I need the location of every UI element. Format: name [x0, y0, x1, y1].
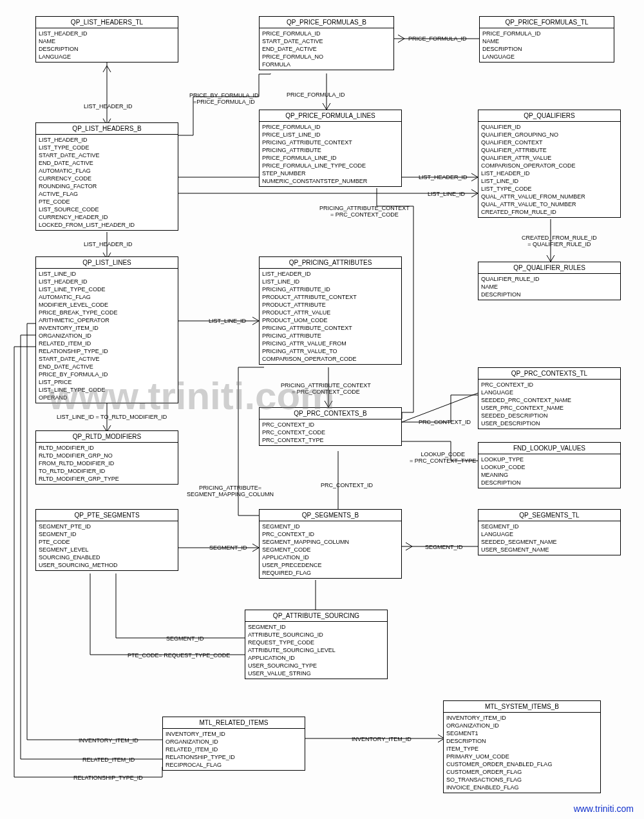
entity-qp-rltd-modifiers: QP_RLTD_MODIFIERSRLTD_MODIFIER_IDRLTD_MO…: [35, 430, 178, 485]
edge-label: PRICING_ATTRIBUTE_CONTEXT= PRC_CONTEXT_C…: [281, 382, 371, 395]
edge-label: PRICING_ATTRIBUTE=SEGMENT_MAPPING_COLUMN: [187, 485, 274, 497]
column: START_DATE_ACTIVE: [39, 151, 175, 159]
column: RELATED_ITEM_ID: [166, 746, 302, 753]
entity-columns: LOOKUP_TYPELOOKUP_CODEMEANINGDESCRIPTION: [478, 454, 620, 488]
edge-label: LIST_HEADER_ID: [419, 174, 468, 180]
column: RLTD_MODIFIER_GRP_TYPE: [39, 475, 175, 483]
column: REQUIRED_FLAG: [262, 569, 399, 577]
column: LOCKED_FROM_LIST_HEADER_ID: [39, 221, 175, 229]
column: NAME: [482, 37, 611, 45]
entity-title: QP_PRICE_FORMULAS_B: [260, 17, 393, 28]
entity-title: QP_PRICE_FORMULAS_TL: [480, 17, 614, 28]
column: PRICE_FORMULA_LINE_ID: [262, 154, 399, 162]
entity-qp-qualifiers: QP_QUALIFIERSQUALIFIER_IDQUALIFIER_GROUP…: [478, 110, 621, 218]
edge-label: PTE_CODE= REQUEST_TYPE_CODE: [128, 652, 230, 659]
edge-label: LIST_LINE_ID: [209, 318, 246, 324]
entity-title: QP_PRICE_FORMULA_LINES: [260, 110, 401, 122]
column: END_DATE_ACTIVE: [39, 363, 175, 371]
column: LIST_HEADER_ID: [39, 30, 175, 37]
column: LANGUAGE: [481, 389, 618, 396]
column: MEANING: [481, 471, 618, 479]
entity-title: QP_RLTD_MODIFIERS: [36, 431, 178, 443]
entity-qp-prc-contexts-b: QP_PRC_CONTEXTS_BPRC_CONTEXT_IDPRC_CONTE…: [259, 407, 402, 446]
entity-columns: INVENTORY_ITEM_IDORGANIZATION_IDRELATED_…: [163, 729, 305, 770]
column: SEGMENT1: [446, 729, 598, 737]
footer-link[interactable]: www.triniti.com: [574, 804, 634, 814]
entity-qp-qualifier-rules: QP_QUALIFIER_RULESQUALIFIER_RULE_IDNAMED…: [478, 262, 621, 300]
entity-columns: QUALIFIER_IDQUALIFIER_GROUPING_NOQUALIFI…: [478, 122, 620, 217]
column: SEEDED_SEGMENT_NAME: [481, 538, 618, 546]
entity-fnd-lookup-values: FND_LOOKUP_VALUESLOOKUP_TYPELOOKUP_CODEM…: [478, 442, 621, 488]
column: INVOICE_ENABLED_FLAG: [446, 784, 598, 791]
edge-label: LIST_LINE_ID: [428, 191, 465, 197]
column: QUAL_ATTR_VALUE_TO_NUMBER: [481, 200, 618, 208]
column: USER_SEGMENT_NAME: [481, 546, 618, 554]
column: PRICING_ATTRIBUTE_CONTEXT: [262, 324, 399, 332]
entity-title: QP_LIST_LINES: [36, 257, 178, 269]
column: ARITHMETIC_OPERATOR: [39, 316, 175, 324]
column: NAME: [39, 37, 175, 45]
entity-qp-price-formulas-tl: QP_PRICE_FORMULAS_TLPRICE_FORMULA_IDNAME…: [479, 16, 614, 63]
column: COMPARISON_OPERATOR_CODE: [481, 162, 618, 169]
column: ORGANIZATION_ID: [39, 332, 175, 340]
entity-title: MTL_SYSTEM_ITEMS_B: [444, 701, 600, 713]
column: SO_TRANSACTIONS_FLAG: [446, 776, 598, 784]
column: RELATED_ITEM_ID: [39, 340, 175, 347]
column: TO_RLTD_MODIFIER_ID: [39, 467, 175, 475]
entity-qp-segments-tl: QP_SEGMENTS_TLSEGMENT_IDLANGUAGESEEDED_S…: [478, 509, 621, 555]
column: LIST_HEADER_ID: [39, 278, 175, 285]
entity-title: QP_LIST_HEADERS_TL: [36, 17, 178, 28]
entity-columns: LIST_HEADER_IDNAMEDESCRIPTIONLANGUAGE: [36, 28, 178, 62]
entity-qp-pricing-attributes: QP_PRICING_ATTRIBUTESLIST_HEADER_IDLIST_…: [259, 256, 402, 365]
column: PRICING_ATTRIBUTE_CONTEXT: [262, 139, 399, 146]
column: COMPARISON_OPERATOR_CODE: [262, 355, 399, 363]
edge-label: SEGMENT_ID: [166, 635, 204, 642]
entity-columns: PRICE_FORMULA_IDNAMEDESCRIPTIONLANGUAGE: [480, 28, 614, 62]
entity-title: QP_SEGMENTS_B: [260, 510, 401, 521]
entity-qp-pte-segments: QP_PTE_SEGMENTSSEGMENT_PTE_IDSEGMENT_IDP…: [35, 509, 178, 571]
column: START_DATE_ACTIVE: [262, 37, 391, 45]
edge-label: PRICE_FORMULA_ID: [287, 92, 345, 98]
column: LIST_TYPE_CODE: [39, 144, 175, 151]
entity-title: FND_LOOKUP_VALUES: [478, 443, 620, 454]
entity-title: QP_PRC_CONTEXTS_TL: [478, 368, 620, 380]
column: LIST_LINE_ID: [262, 278, 399, 285]
column: SEGMENT_ID: [481, 523, 618, 530]
column: END_DATE_ACTIVE: [262, 45, 391, 53]
column: USER_PRECEDENCE: [262, 561, 399, 569]
column: PRICING_ATTR_VALUE_TO: [262, 347, 399, 355]
column: LIST_LINE_TYPE_CODE: [39, 386, 175, 394]
entity-qp-list-headers-b: QP_LIST_HEADERS_BLIST_HEADER_IDLIST_TYPE…: [35, 122, 178, 231]
column: INVENTORY_ITEM_ID: [39, 324, 175, 332]
entity-columns: LIST_HEADER_IDLIST_TYPE_CODESTART_DATE_A…: [36, 135, 178, 230]
column: LIST_SOURCE_CODE: [39, 206, 175, 213]
column: LANGUAGE: [481, 530, 618, 538]
entity-columns: PRICE_FORMULA_IDSTART_DATE_ACTIVEEND_DAT…: [260, 28, 393, 70]
entity-mtl-related-items: MTL_RELATED_ITEMSINVENTORY_ITEM_IDORGANI…: [162, 717, 305, 771]
edge-label: LIST_HEADER_ID: [84, 241, 133, 247]
entity-columns: LIST_HEADER_IDLIST_LINE_IDPRICING_ATTRIB…: [260, 269, 401, 364]
column: PRICE_FORMULA_NO: [262, 53, 391, 61]
column: USER_DESCRIPTION: [481, 419, 618, 427]
column: LIST_TYPE_CODE: [481, 185, 618, 193]
entity-title: QP_ATTRIBUTE_SOURCING: [245, 610, 387, 622]
column: CUSTOMER_ORDER_ENABLED_FLAG: [446, 760, 598, 768]
column: AUTOMATIC_FLAG: [39, 293, 175, 301]
column: PRC_CONTEXT_CODE: [262, 429, 399, 436]
column: SEGMENT_MAPPING_COLUMN: [262, 538, 399, 546]
column: QUALIFIER_RULE_ID: [481, 275, 618, 283]
entity-columns: SEGMENT_PTE_IDSEGMENT_IDPTE_CODESEGMENT_…: [36, 521, 178, 570]
entity-qp-list-lines: QP_LIST_LINESLIST_LINE_IDLIST_HEADER_IDL…: [35, 256, 178, 403]
entity-columns: RLTD_MODIFIER_IDRLTD_MODIFIER_GRP_NOFROM…: [36, 443, 178, 484]
column: LIST_HEADER_ID: [262, 270, 399, 278]
entity-columns: QUALIFIER_RULE_IDNAMEDESCRIPTION: [478, 274, 620, 300]
column: SEGMENT_ID: [39, 530, 175, 538]
column: LANGUAGE: [482, 53, 611, 61]
edge-label: RELATED_ITEM_ID: [82, 756, 135, 763]
column: PRC_CONTEXT_ID: [262, 530, 399, 538]
column: STEP_NUMBER: [262, 169, 399, 177]
column: PRICE_BY_FORMULA_ID: [39, 371, 175, 378]
column: MODIFIER_LEVEL_CODE: [39, 301, 175, 309]
column: END_DATE_ACTIVE: [39, 159, 175, 167]
column: SOURCING_ENABLED: [39, 554, 175, 561]
